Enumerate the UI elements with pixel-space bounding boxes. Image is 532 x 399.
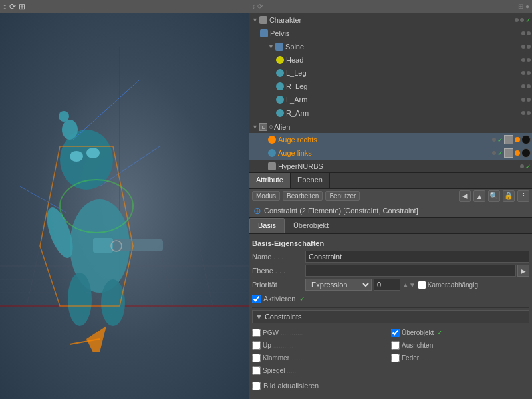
tree-item-spine[interactable]: ▼ Spine <box>249 40 532 53</box>
svg-point-20 <box>101 279 125 326</box>
tab-attribute[interactable]: Attribute <box>249 173 291 188</box>
separator-1 <box>252 307 529 308</box>
constraint-info-row: ⊕ Constraint (2 Elemente) [Constraint, C… <box>249 203 532 218</box>
search-btn[interactable]: 🔍 <box>488 190 500 202</box>
svg-point-15 <box>86 148 100 158</box>
dot2[interactable] <box>520 18 524 22</box>
tree-item-head[interactable]: Head <box>249 53 532 66</box>
pgw-label: PGW <box>263 329 279 336</box>
viewport-icon-2[interactable]: ⟳ <box>9 2 16 11</box>
subtab-basis[interactable]: Basis <box>249 218 285 233</box>
pelvis-label: Pelvis <box>270 29 521 37</box>
subtabs: Basis Überobjekt <box>249 218 532 234</box>
l-leg-label: L_Leg <box>286 69 521 77</box>
klammer-checkbox[interactable] <box>252 354 261 362</box>
uberobjekt-checkbox[interactable] <box>391 329 400 337</box>
up-btn[interactable]: ▲ <box>473 190 485 202</box>
svg-point-11 <box>60 130 113 190</box>
benutzer-btn[interactable]: Benutzer <box>325 191 360 201</box>
tree-item-pelvis[interactable]: Pelvis <box>249 27 532 40</box>
aktivieren-row: Aktivieren ✓ <box>252 292 529 305</box>
tree-item-l-arm[interactable]: L_Arm <box>249 93 532 106</box>
ausrichten-label: Ausrichten <box>402 342 433 349</box>
subtab-uberobjekt[interactable]: Überobjekt <box>285 218 337 233</box>
feder-checkbox[interactable] <box>391 354 400 362</box>
klammer-dots: ........ <box>291 354 306 362</box>
expand-spine[interactable]: ▼ <box>268 43 274 50</box>
head-label: Head <box>286 56 521 64</box>
constraint-pgw: PGW ............ <box>252 327 390 338</box>
prioritaet-num[interactable] <box>374 279 400 291</box>
dot1[interactable] <box>515 18 519 22</box>
ebene-row: Ebene . . . ▶ <box>252 264 529 277</box>
svg-point-26 <box>60 180 133 233</box>
name-label: Name . . . <box>252 253 305 261</box>
right-panel: ↕ ⟳ ⊞ ● ▼ Charakter ✓ Pelvis <box>249 0 532 399</box>
name-input[interactable] <box>305 251 529 263</box>
attr-toolbar: Modus Bearbeiten Benutzer ◀ ▲ 🔍 🔒 ⋮ <box>249 189 532 203</box>
viewport-icon-3[interactable]: ⊞ <box>19 2 25 11</box>
orange-dot-2 <box>515 150 520 156</box>
pgw-dots: ............ <box>281 329 303 336</box>
l-arm-icon <box>276 96 284 104</box>
svg-point-14 <box>70 151 83 162</box>
aktivieren-check: ✓ <box>299 295 305 303</box>
prioritaet-dropdown[interactable]: Expression Initial Animation Dynamics <box>305 279 372 291</box>
aktivieren-checkbox[interactable] <box>252 295 261 303</box>
tree-item-charakter[interactable]: ▼ Charakter ✓ <box>249 13 532 27</box>
uberobjekt-check: ✓ <box>437 329 442 336</box>
ausrichten-checkbox[interactable] <box>391 341 400 350</box>
back-btn[interactable]: ◀ <box>459 190 471 202</box>
tree-item-auge-links[interactable]: Auge links ✓ <box>249 146 532 160</box>
modus-btn[interactable]: Modus <box>252 191 280 201</box>
tree-item-auge-rechts[interactable]: Auge rechts ✓ <box>249 133 532 146</box>
auge-rechts-label: Auge rechts <box>278 136 492 144</box>
prioritaet-row: Priorität Expression Initial Animation D… <box>252 278 529 291</box>
more-btn[interactable]: ⋮ <box>517 190 529 202</box>
lock-btn[interactable]: 🔒 <box>503 190 515 202</box>
constraint-spiegel: Spiegel ....... <box>252 364 390 376</box>
tab-ebenen[interactable]: Ebenen <box>291 173 330 188</box>
svg-point-27 <box>111 241 122 251</box>
expand-charakter[interactable]: ▼ <box>252 17 258 23</box>
ebene-input[interactable] <box>305 265 516 277</box>
svg-rect-18 <box>93 238 113 253</box>
svg-marker-24 <box>86 326 106 352</box>
ebene-btn[interactable]: ▶ <box>517 265 529 277</box>
bearbeiten-btn[interactable]: Bearbeiten <box>283 191 323 201</box>
feder-dots: ..... <box>421 354 430 362</box>
black-circle-2 <box>521 148 531 158</box>
constraints-grid: PGW ............ Überobjekt ✓ Up .......… <box>252 325 529 378</box>
svg-point-16 <box>41 204 78 261</box>
attribute-panel: Attribute Ebenen Modus Bearbeiten Benutz… <box>249 173 532 399</box>
kameraabhaengig-checkbox[interactable] <box>418 281 426 289</box>
tree-item-r-arm[interactable]: R_Arm <box>249 106 532 120</box>
l-leg-icon <box>276 69 284 77</box>
bild-checkbox[interactable] <box>252 382 261 390</box>
tree-item-l-leg[interactable]: L_Leg <box>249 66 532 80</box>
spiegel-label: Spiegel <box>263 367 285 374</box>
svg-line-23 <box>20 186 66 213</box>
constraint-feder: Feder ..... <box>391 352 529 364</box>
up-checkbox[interactable] <box>252 341 261 350</box>
svg-point-19 <box>68 273 92 326</box>
spiegel-checkbox[interactable] <box>252 366 261 375</box>
orange-dot-1 <box>515 137 520 142</box>
svg-line-25 <box>70 339 100 344</box>
head-icon <box>276 56 284 64</box>
attr-tabs: Attribute Ebenen <box>249 173 532 189</box>
black-circle-1 <box>521 135 531 144</box>
constraints-section-header[interactable]: ▼ Constraints <box>252 310 529 323</box>
tree-item-alien[interactable]: ▼ L 0 Alien <box>249 120 532 133</box>
tree-item-r-leg[interactable]: R_Leg <box>249 80 532 93</box>
r-arm-label: R_Arm <box>286 109 521 117</box>
spine-label: Spine <box>285 43 521 51</box>
viewport-icon-1[interactable]: ↕ <box>3 2 7 11</box>
pgw-checkbox[interactable] <box>252 329 261 337</box>
3d-view[interactable] <box>0 13 249 399</box>
svg-point-12 <box>62 120 78 140</box>
tree-item-hypernurbs[interactable]: HyperNURBS ✓ <box>249 160 532 173</box>
svg-line-3 <box>27 246 40 306</box>
feder-label: Feder <box>402 354 419 362</box>
viewport-3d[interactable]: ↕ ⟳ ⊞ <box>0 0 249 399</box>
